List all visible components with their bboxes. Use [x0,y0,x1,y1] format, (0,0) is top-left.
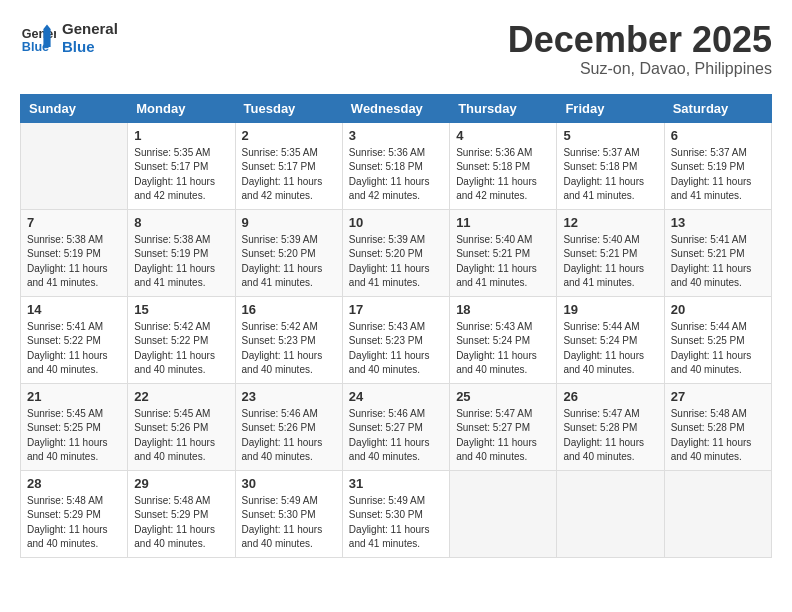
calendar-cell: 30Sunrise: 5:49 AM Sunset: 5:30 PM Dayli… [235,470,342,557]
calendar-cell: 1Sunrise: 5:35 AM Sunset: 5:17 PM Daylig… [128,122,235,209]
day-number: 17 [349,302,443,317]
day-info: Sunrise: 5:47 AM Sunset: 5:28 PM Dayligh… [563,407,657,465]
calendar-cell [664,470,771,557]
calendar-cell: 6Sunrise: 5:37 AM Sunset: 5:19 PM Daylig… [664,122,771,209]
calendar-cell: 25Sunrise: 5:47 AM Sunset: 5:27 PM Dayli… [450,383,557,470]
logo-text-line1: General [62,20,118,38]
calendar-cell: 7Sunrise: 5:38 AM Sunset: 5:19 PM Daylig… [21,209,128,296]
title-block: December 2025 Suz-on, Davao, Philippines [508,20,772,78]
logo-text-line2: Blue [62,38,118,56]
day-number: 9 [242,215,336,230]
calendar-week-row: 21Sunrise: 5:45 AM Sunset: 5:25 PM Dayli… [21,383,772,470]
calendar-cell: 28Sunrise: 5:48 AM Sunset: 5:29 PM Dayli… [21,470,128,557]
calendar-cell: 18Sunrise: 5:43 AM Sunset: 5:24 PM Dayli… [450,296,557,383]
day-number: 4 [456,128,550,143]
day-number: 15 [134,302,228,317]
day-info: Sunrise: 5:37 AM Sunset: 5:18 PM Dayligh… [563,146,657,204]
day-number: 20 [671,302,765,317]
day-number: 21 [27,389,121,404]
logo: General Blue General Blue [20,20,118,56]
day-info: Sunrise: 5:40 AM Sunset: 5:21 PM Dayligh… [563,233,657,291]
weekday-header-sunday: Sunday [21,94,128,122]
calendar-cell: 10Sunrise: 5:39 AM Sunset: 5:20 PM Dayli… [342,209,449,296]
calendar-table: SundayMondayTuesdayWednesdayThursdayFrid… [20,94,772,558]
day-info: Sunrise: 5:49 AM Sunset: 5:30 PM Dayligh… [242,494,336,552]
day-number: 23 [242,389,336,404]
weekday-header-tuesday: Tuesday [235,94,342,122]
calendar-cell: 23Sunrise: 5:46 AM Sunset: 5:26 PM Dayli… [235,383,342,470]
day-number: 28 [27,476,121,491]
calendar-cell: 15Sunrise: 5:42 AM Sunset: 5:22 PM Dayli… [128,296,235,383]
calendar-cell: 22Sunrise: 5:45 AM Sunset: 5:26 PM Dayli… [128,383,235,470]
calendar-cell [21,122,128,209]
calendar-cell: 3Sunrise: 5:36 AM Sunset: 5:18 PM Daylig… [342,122,449,209]
day-number: 16 [242,302,336,317]
weekday-header-wednesday: Wednesday [342,94,449,122]
day-info: Sunrise: 5:45 AM Sunset: 5:26 PM Dayligh… [134,407,228,465]
page-header: General Blue General Blue December 2025 … [20,20,772,78]
day-info: Sunrise: 5:45 AM Sunset: 5:25 PM Dayligh… [27,407,121,465]
day-info: Sunrise: 5:41 AM Sunset: 5:21 PM Dayligh… [671,233,765,291]
day-number: 24 [349,389,443,404]
day-number: 7 [27,215,121,230]
day-number: 30 [242,476,336,491]
day-info: Sunrise: 5:42 AM Sunset: 5:22 PM Dayligh… [134,320,228,378]
day-info: Sunrise: 5:48 AM Sunset: 5:29 PM Dayligh… [27,494,121,552]
day-info: Sunrise: 5:44 AM Sunset: 5:25 PM Dayligh… [671,320,765,378]
calendar-cell: 29Sunrise: 5:48 AM Sunset: 5:29 PM Dayli… [128,470,235,557]
calendar-cell: 12Sunrise: 5:40 AM Sunset: 5:21 PM Dayli… [557,209,664,296]
calendar-cell: 27Sunrise: 5:48 AM Sunset: 5:28 PM Dayli… [664,383,771,470]
day-info: Sunrise: 5:43 AM Sunset: 5:24 PM Dayligh… [456,320,550,378]
day-info: Sunrise: 5:38 AM Sunset: 5:19 PM Dayligh… [27,233,121,291]
day-info: Sunrise: 5:44 AM Sunset: 5:24 PM Dayligh… [563,320,657,378]
location-subtitle: Suz-on, Davao, Philippines [508,60,772,78]
day-info: Sunrise: 5:38 AM Sunset: 5:19 PM Dayligh… [134,233,228,291]
calendar-cell: 21Sunrise: 5:45 AM Sunset: 5:25 PM Dayli… [21,383,128,470]
calendar-cell: 11Sunrise: 5:40 AM Sunset: 5:21 PM Dayli… [450,209,557,296]
day-number: 5 [563,128,657,143]
day-info: Sunrise: 5:37 AM Sunset: 5:19 PM Dayligh… [671,146,765,204]
day-info: Sunrise: 5:47 AM Sunset: 5:27 PM Dayligh… [456,407,550,465]
calendar-cell: 17Sunrise: 5:43 AM Sunset: 5:23 PM Dayli… [342,296,449,383]
day-info: Sunrise: 5:35 AM Sunset: 5:17 PM Dayligh… [134,146,228,204]
calendar-cell: 5Sunrise: 5:37 AM Sunset: 5:18 PM Daylig… [557,122,664,209]
day-info: Sunrise: 5:36 AM Sunset: 5:18 PM Dayligh… [349,146,443,204]
day-info: Sunrise: 5:46 AM Sunset: 5:26 PM Dayligh… [242,407,336,465]
calendar-cell: 31Sunrise: 5:49 AM Sunset: 5:30 PM Dayli… [342,470,449,557]
day-number: 10 [349,215,443,230]
day-number: 27 [671,389,765,404]
calendar-cell: 26Sunrise: 5:47 AM Sunset: 5:28 PM Dayli… [557,383,664,470]
weekday-header-saturday: Saturday [664,94,771,122]
day-info: Sunrise: 5:39 AM Sunset: 5:20 PM Dayligh… [349,233,443,291]
calendar-week-row: 28Sunrise: 5:48 AM Sunset: 5:29 PM Dayli… [21,470,772,557]
month-title: December 2025 [508,20,772,60]
day-info: Sunrise: 5:49 AM Sunset: 5:30 PM Dayligh… [349,494,443,552]
day-info: Sunrise: 5:40 AM Sunset: 5:21 PM Dayligh… [456,233,550,291]
calendar-cell: 14Sunrise: 5:41 AM Sunset: 5:22 PM Dayli… [21,296,128,383]
day-info: Sunrise: 5:48 AM Sunset: 5:28 PM Dayligh… [671,407,765,465]
day-number: 22 [134,389,228,404]
day-number: 14 [27,302,121,317]
day-info: Sunrise: 5:36 AM Sunset: 5:18 PM Dayligh… [456,146,550,204]
day-number: 18 [456,302,550,317]
calendar-cell: 2Sunrise: 5:35 AM Sunset: 5:17 PM Daylig… [235,122,342,209]
calendar-week-row: 1Sunrise: 5:35 AM Sunset: 5:17 PM Daylig… [21,122,772,209]
day-number: 8 [134,215,228,230]
calendar-header-row: SundayMondayTuesdayWednesdayThursdayFrid… [21,94,772,122]
weekday-header-thursday: Thursday [450,94,557,122]
day-info: Sunrise: 5:41 AM Sunset: 5:22 PM Dayligh… [27,320,121,378]
calendar-cell [557,470,664,557]
day-number: 29 [134,476,228,491]
calendar-cell: 4Sunrise: 5:36 AM Sunset: 5:18 PM Daylig… [450,122,557,209]
day-info: Sunrise: 5:35 AM Sunset: 5:17 PM Dayligh… [242,146,336,204]
day-number: 11 [456,215,550,230]
day-number: 1 [134,128,228,143]
calendar-week-row: 7Sunrise: 5:38 AM Sunset: 5:19 PM Daylig… [21,209,772,296]
day-number: 25 [456,389,550,404]
calendar-cell: 24Sunrise: 5:46 AM Sunset: 5:27 PM Dayli… [342,383,449,470]
day-info: Sunrise: 5:46 AM Sunset: 5:27 PM Dayligh… [349,407,443,465]
day-number: 2 [242,128,336,143]
day-info: Sunrise: 5:39 AM Sunset: 5:20 PM Dayligh… [242,233,336,291]
day-number: 12 [563,215,657,230]
day-number: 13 [671,215,765,230]
